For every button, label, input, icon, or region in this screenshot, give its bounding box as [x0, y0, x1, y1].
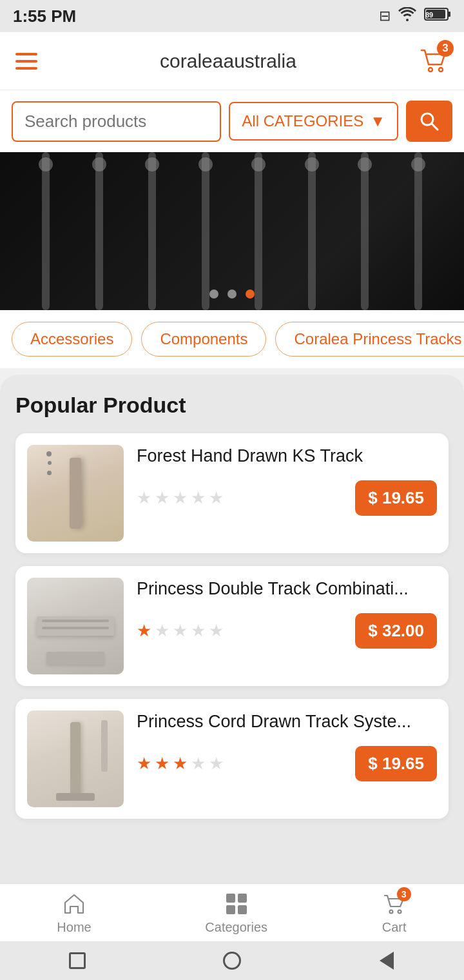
product-stars-1: ★ ★ ★ ★ ★ [137, 488, 224, 508]
home-button-icon [223, 952, 241, 970]
pill-coralea-princess-tracks[interactable]: Coralea Princess Tracks [275, 322, 464, 357]
status-time: 1:55 PM [13, 6, 76, 26]
banner-dot-3[interactable] [246, 289, 255, 299]
svg-text:89: 89 [425, 11, 433, 19]
search-icon [418, 110, 440, 132]
nav-cart[interactable]: 3 Cart [382, 891, 407, 935]
star-4: ★ [191, 754, 206, 774]
svg-point-9 [398, 910, 401, 913]
status-icons: ⊟ 89 [379, 7, 451, 25]
android-home-button[interactable] [220, 949, 244, 972]
star-4: ★ [191, 488, 206, 508]
banner-decoration [0, 152, 464, 310]
search-input-wrapper[interactable] [12, 101, 221, 142]
svg-line-7 [432, 124, 438, 130]
star-2: ★ [155, 754, 169, 774]
product-name-2: Princess Double Track Combinati... [137, 578, 437, 600]
product-bottom-2: ★ ★ ★ ★ ★ $ 32.00 [137, 613, 437, 649]
star-4: ★ [191, 621, 206, 641]
popular-section: Popular Product Forest Hand Drawn KS Tra… [0, 375, 464, 890]
recents-icon [69, 952, 86, 969]
banner-dot-2[interactable] [227, 289, 237, 299]
search-bar: All CATEGORIES ▼ [0, 90, 464, 152]
product-info-2: Princess Double Track Combinati... ★ ★ ★… [137, 578, 437, 649]
product-stars-3: ★ ★ ★ ★ ★ [137, 754, 224, 774]
nav-categories-label: Categories [205, 920, 267, 935]
product-name-1: Forest Hand Drawn KS Track [137, 445, 437, 467]
chevron-down-icon: ▼ [370, 112, 385, 130]
nav-cart-wrapper: 3 [382, 891, 407, 917]
home-icon [61, 891, 87, 917]
banner-dots [209, 289, 255, 299]
product-card-1[interactable]: Forest Hand Drawn KS Track ★ ★ ★ ★ ★ $ 1… [15, 433, 449, 553]
nav-home[interactable]: Home [57, 891, 91, 935]
search-button[interactable] [406, 101, 452, 142]
star-1: ★ [137, 488, 151, 508]
banner [0, 152, 464, 310]
android-recents-button[interactable] [66, 949, 89, 972]
menu-button[interactable] [15, 53, 37, 70]
banner-dot-1[interactable] [209, 289, 218, 299]
bottom-nav: Home Categories 3 Cart [0, 883, 464, 941]
cart-button[interactable]: 3 [419, 45, 449, 77]
svg-point-4 [429, 68, 432, 72]
svg-rect-1 [448, 12, 450, 17]
cart-badge: 3 [437, 40, 454, 57]
category-dropdown[interactable]: All CATEGORIES ▼ [229, 102, 398, 141]
star-1: ★ [137, 754, 151, 774]
search-input[interactable] [24, 112, 208, 132]
nav-cart-badge: 3 [397, 887, 411, 901]
svg-point-5 [439, 68, 443, 72]
product-bottom-3: ★ ★ ★ ★ ★ $ 19.65 [137, 746, 437, 781]
back-icon [380, 952, 394, 970]
nav-home-label: Home [57, 920, 91, 935]
android-back-button[interactable] [375, 949, 398, 972]
star-2: ★ [155, 621, 169, 641]
product-image-3 [27, 710, 124, 807]
star-3: ★ [173, 488, 188, 508]
nav-categories[interactable]: Categories [205, 891, 267, 935]
star-5: ★ [209, 754, 224, 774]
product-stars-2: ★ ★ ★ ★ ★ [137, 621, 224, 641]
product-bottom-1: ★ ★ ★ ★ ★ $ 19.65 [137, 480, 437, 516]
pill-components[interactable]: Components [141, 322, 266, 357]
star-5: ★ [209, 621, 224, 641]
pill-accessories[interactable]: Accessories [12, 322, 132, 357]
product-image-2 [27, 578, 124, 674]
wifi-icon [398, 7, 416, 25]
product-info-1: Forest Hand Drawn KS Track ★ ★ ★ ★ ★ $ 1… [137, 445, 437, 516]
product-image-1 [27, 445, 124, 542]
star-3: ★ [173, 621, 188, 641]
star-2: ★ [155, 488, 169, 508]
star-3: ★ [173, 754, 188, 774]
android-nav-bar [0, 941, 464, 980]
battery-level: 89 [424, 7, 451, 25]
sim-icon: ⊟ [379, 8, 391, 24]
product-price-1: $ 19.65 [355, 480, 437, 516]
product-price-2: $ 32.00 [355, 613, 437, 649]
product-price-3: $ 19.65 [355, 746, 437, 781]
category-pills: Accessories Components Coralea Princess … [0, 310, 464, 368]
product-info-3: Princess Cord Drawn Track Syste... ★ ★ ★… [137, 710, 437, 781]
category-label: All CATEGORIES [242, 112, 363, 130]
status-bar: 1:55 PM ⊟ 89 [0, 0, 464, 32]
product-name-3: Princess Cord Drawn Track Syste... [137, 710, 437, 733]
star-5: ★ [209, 488, 224, 508]
product-card-2[interactable]: Princess Double Track Combinati... ★ ★ ★… [15, 566, 449, 686]
nav-cart-label: Cart [382, 920, 407, 935]
star-1: ★ [137, 621, 151, 641]
header: coraleaaustralia 3 [0, 32, 464, 90]
popular-title: Popular Product [15, 393, 449, 418]
product-card-3[interactable]: Princess Cord Drawn Track Syste... ★ ★ ★… [15, 699, 449, 819]
categories-icon [224, 891, 249, 917]
store-title: coraleaaustralia [160, 50, 296, 72]
svg-point-8 [389, 910, 392, 913]
